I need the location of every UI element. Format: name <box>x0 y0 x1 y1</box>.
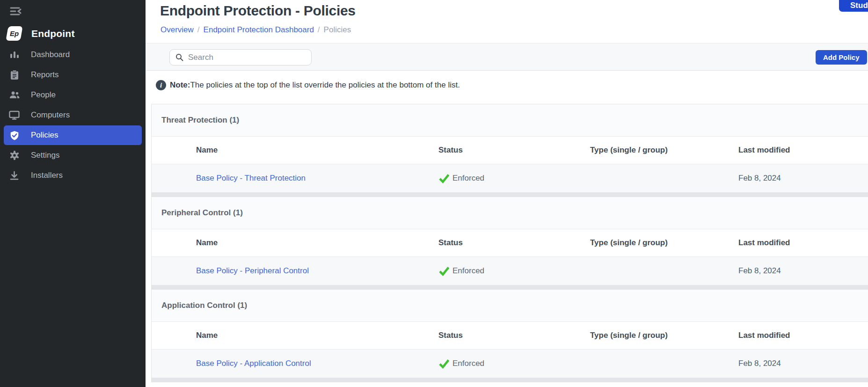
table-row: Base Policy - Peripheral Control Enforce… <box>152 257 868 285</box>
column-header-status: Status <box>438 146 590 155</box>
sidebar-item-label: Dashboard <box>31 50 70 59</box>
sidebar-item-computers[interactable]: Computers <box>4 105 142 125</box>
section-title: Threat Protection (1) <box>161 116 239 125</box>
column-header-status: Status <box>438 331 590 340</box>
sidebar-item-label: Reports <box>31 70 59 80</box>
product-brand: Ep Endpoint <box>7 26 75 41</box>
section-divider <box>152 285 868 290</box>
header-action-button[interactable]: Stud <box>839 0 868 12</box>
table-header-row: Name Status Type (single / group) Last m… <box>152 229 868 257</box>
gear-icon <box>8 150 21 161</box>
breadcrumb-separator: / <box>318 25 320 34</box>
column-header-name: Name <box>196 146 438 155</box>
monitor-icon <box>8 110 21 121</box>
check-icon <box>438 358 450 369</box>
sidebar-item-label: Installers <box>31 171 63 180</box>
sidebar-item-label: Computers <box>31 110 70 120</box>
status-text: Enforced <box>452 174 484 183</box>
section-header-peripheral-control: Peripheral Control (1) <box>152 197 868 229</box>
add-policy-button[interactable]: Add Policy <box>816 50 867 65</box>
collapse-sidebar-icon[interactable] <box>9 5 23 17</box>
section-header-threat-protection: Threat Protection (1) <box>152 104 868 137</box>
product-name: Endpoint <box>31 28 75 39</box>
policy-table: Threat Protection (1) Name Status Type (… <box>151 104 868 382</box>
toolbar: Add Policy <box>146 43 868 71</box>
sidebar-item-label: People <box>31 90 56 100</box>
column-header-type: Type (single / group) <box>590 146 738 155</box>
table-header-row: Name Status Type (single / group) Last m… <box>152 137 868 164</box>
sidebar-nav: Dashboard Reports <box>0 45 146 186</box>
search-box[interactable] <box>169 49 312 66</box>
sidebar-item-people[interactable]: People <box>4 85 142 105</box>
sidebar-item-reports[interactable]: Reports <box>4 65 142 85</box>
note-text: The policies at the top of the list over… <box>190 80 460 89</box>
policy-link[interactable]: Base Policy - Threat Protection <box>196 174 306 183</box>
status-cell: Enforced <box>438 173 590 184</box>
status-cell: Enforced <box>438 358 590 369</box>
sidebar-item-settings[interactable]: Settings <box>4 146 142 165</box>
section-divider <box>152 193 868 197</box>
section-divider <box>152 378 868 382</box>
sidebar-item-label: Settings <box>31 151 59 160</box>
info-icon: i <box>156 80 166 90</box>
sidebar-item-policies[interactable]: Policies <box>4 125 142 145</box>
status-text: Enforced <box>452 359 484 368</box>
column-header-last-modified: Last modified <box>738 331 868 340</box>
main-content: Endpoint Protection - Policies Overview/… <box>146 0 868 387</box>
breadcrumb-dashboard-link[interactable]: Endpoint Protection Dashboard <box>204 25 314 34</box>
column-header-name: Name <box>196 238 438 248</box>
search-icon <box>175 53 183 61</box>
table-header-row: Name Status Type (single / group) Last m… <box>152 322 868 350</box>
column-header-type: Type (single / group) <box>590 238 738 248</box>
endpoint-logo-icon: Ep <box>6 26 22 41</box>
section-title: Peripheral Control (1) <box>161 208 243 218</box>
section-title: Application Control (1) <box>161 301 247 310</box>
column-header-status: Status <box>438 238 590 248</box>
search-input[interactable] <box>188 53 300 62</box>
sidebar: Ep Endpoint Dashboard <box>0 0 146 387</box>
note-row: i Note:The policies at the top of the li… <box>156 80 460 90</box>
column-header-name: Name <box>196 331 438 340</box>
section-header-application-control: Application Control (1) <box>152 290 868 322</box>
shield-check-icon <box>8 130 21 141</box>
page-title: Endpoint Protection - Policies <box>160 3 356 19</box>
breadcrumb-separator: / <box>197 25 200 34</box>
policy-link[interactable]: Base Policy - Peripheral Control <box>196 266 309 275</box>
people-icon <box>8 89 21 101</box>
note-label: Note: <box>170 80 190 89</box>
breadcrumb-current: Policies <box>324 25 351 34</box>
logo-initials: Ep <box>10 29 19 37</box>
column-header-last-modified: Last modified <box>738 238 868 248</box>
column-header-type: Type (single / group) <box>590 331 738 340</box>
breadcrumb: Overview/Endpoint Protection Dashboard/P… <box>160 25 351 35</box>
sidebar-item-label: Policies <box>31 131 58 140</box>
check-icon <box>438 173 450 184</box>
table-row: Base Policy - Threat Protection Enforced… <box>152 164 868 193</box>
clipboard-icon <box>8 69 21 80</box>
bar-chart-icon <box>8 49 21 60</box>
status-cell: Enforced <box>438 265 590 277</box>
last-modified-cell: Feb 8, 2024 <box>738 174 868 183</box>
check-icon <box>438 265 450 277</box>
table-row: Base Policy - Application Control Enforc… <box>152 350 868 378</box>
status-text: Enforced <box>452 266 484 276</box>
sidebar-item-dashboard[interactable]: Dashboard <box>4 45 142 65</box>
last-modified-cell: Feb 8, 2024 <box>738 359 868 368</box>
download-icon <box>8 170 21 181</box>
column-header-last-modified: Last modified <box>738 146 868 155</box>
policy-link[interactable]: Base Policy - Application Control <box>196 359 311 368</box>
last-modified-cell: Feb 8, 2024 <box>738 266 868 276</box>
sidebar-item-installers[interactable]: Installers <box>4 166 142 185</box>
breadcrumb-overview-link[interactable]: Overview <box>160 25 194 34</box>
